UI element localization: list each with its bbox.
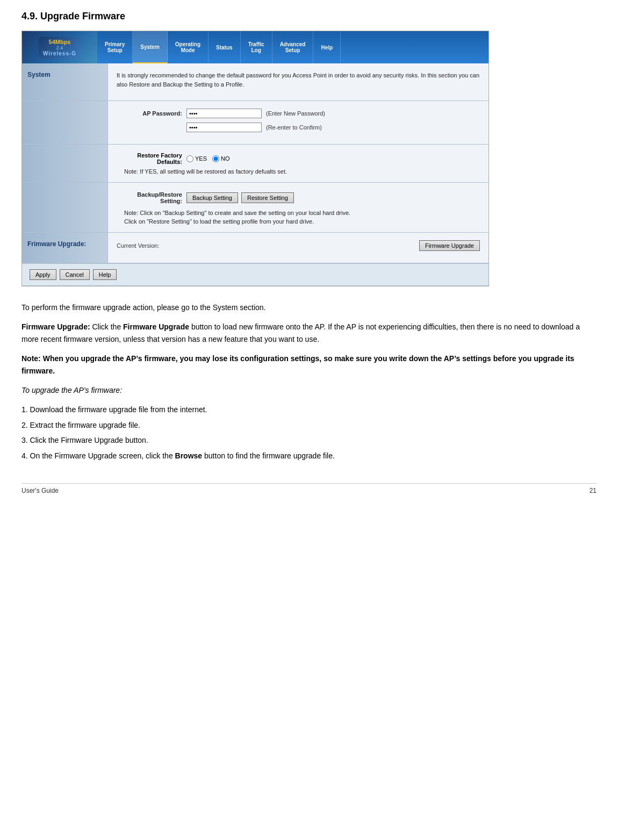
password-hint-2: (Re-enter to Confirm) (266, 124, 322, 131)
restore-label: Restore Factory Defaults: (117, 152, 186, 165)
backup-restore-label: Backup/Restore Setting: (117, 191, 186, 204)
password-section-label (22, 101, 108, 144)
apply-button[interactable]: Apply (30, 269, 56, 280)
router-screenshot: 54Mbps 2.4 Wireless-G PrimarySetup Syste… (21, 31, 489, 286)
system-section: System It is strongly recommended to cha… (22, 63, 488, 101)
logo-24: 2.4 (43, 45, 76, 51)
system-description: It is strongly recommended to change the… (117, 71, 480, 89)
backup-label-row: Backup/Restore Setting: Backup Setting R… (117, 190, 480, 205)
router-nav: 54Mbps 2.4 Wireless-G PrimarySetup Syste… (22, 31, 488, 63)
restore-no-radio[interactable] (212, 155, 219, 162)
current-version-label: Current Version: (117, 242, 159, 249)
backup-note-2: Click on "Restore Setting" to load the s… (124, 218, 480, 225)
router-content: System It is strongly recommended to cha… (22, 63, 488, 286)
firmware-upgrade-bold-label: Firmware Upgrade: (21, 322, 90, 331)
nav-help[interactable]: Help (313, 31, 341, 63)
password-row-1: AP Password: (Enter New Password) (117, 109, 480, 118)
nav-items: PrimarySetup System OperatingMode Status… (97, 31, 488, 63)
firmware-section-label: Frimware Upgrade: (22, 233, 108, 263)
step-4-text-suffix: button to find the firmware upgrade file… (204, 451, 335, 460)
backup-section: Backup/Restore Setting: Backup Setting R… (22, 183, 488, 233)
note-text: Note: When you upgrade the AP’s firmware… (21, 353, 597, 377)
router-logo: 54Mbps 2.4 Wireless-G (22, 31, 97, 63)
nav-operating-mode[interactable]: OperatingMode (168, 31, 209, 63)
backup-note-1: Note: Click on "Backup Setting" to creat… (124, 210, 480, 216)
firmware-header-row: Frimware Upgrade: Current Version: Firmw… (22, 233, 488, 263)
restore-content: Restore Factory Defaults: YES NO Note: I… (108, 145, 488, 182)
system-description-area: It is strongly recommended to change the… (108, 63, 488, 100)
restore-radio-row: Restore Factory Defaults: YES NO (117, 152, 480, 165)
firmware-version-row: Current Version: Firmware Upgrade (117, 240, 480, 251)
password-hint-1: (Enter New Password) (266, 110, 325, 117)
footer-left: User's Guide (21, 487, 59, 494)
backup-btn-row: Backup Setting Restore Setting (186, 192, 294, 203)
logo-54mbps: 54Mbps (43, 39, 76, 45)
password-row-2: (Re-enter to Confirm) (117, 123, 480, 132)
firmware-section: Frimware Upgrade: Current Version: Firmw… (22, 233, 488, 286)
footer-right: 21 (590, 487, 597, 494)
logo-wireless: Wireless-G (43, 51, 76, 56)
password-section: AP Password: (Enter New Password) (Re-en… (22, 101, 488, 145)
nav-primary-setup[interactable]: PrimarySetup (97, 31, 133, 63)
firmware-upgrade-description: Click the Firmware Upgrade button to loa… (21, 322, 580, 343)
step-4-browse-bold: Browse (175, 451, 203, 460)
backup-setting-button[interactable]: Backup Setting (186, 192, 238, 203)
firmware-upgrade-paragraph: Firmware Upgrade: Click the Firmware Upg… (21, 321, 597, 345)
step-1: 1. Download the firmware upgrade file fr… (21, 404, 597, 415)
firmware-content: Current Version: Firmware Upgrade (108, 233, 488, 263)
step-4-text-prefix: 4. On the Firmware Upgrade screen, click… (21, 451, 175, 460)
backup-section-label (22, 183, 108, 232)
page-footer: User's Guide 21 (21, 483, 597, 494)
firmware-upgrade-button[interactable]: Firmware Upgrade (419, 240, 480, 251)
nav-advanced-setup[interactable]: AdvancedSetup (272, 31, 314, 63)
password-input-2[interactable] (186, 123, 262, 132)
restore-no-label: NO (221, 155, 230, 162)
nav-system[interactable]: System (133, 31, 168, 63)
page-heading: 4.9. Upgrade Firmware (21, 11, 597, 22)
restore-section-label (22, 145, 108, 182)
help-button[interactable]: Help (93, 269, 117, 280)
step-3: 3. Click the Firmware Upgrade button. (21, 434, 597, 446)
step-2: 2. Extract the firmware upgrade file. (21, 419, 597, 431)
system-label: System (22, 63, 108, 100)
restore-setting-button[interactable]: Restore Setting (241, 192, 294, 203)
nav-traffic-log[interactable]: TrafficLog (241, 31, 272, 63)
cancel-button[interactable]: Cancel (60, 269, 90, 280)
nav-status[interactable]: Status (209, 31, 241, 63)
intro-text: To perform the firmware upgrade action, … (21, 301, 597, 313)
password-fields: AP Password: (Enter New Password) (Re-en… (108, 101, 488, 144)
backup-content: Backup/Restore Setting: Backup Setting R… (108, 183, 488, 232)
restore-section: Restore Factory Defaults: YES NO Note: I… (22, 145, 488, 183)
ap-password-label: AP Password: (117, 110, 186, 117)
restore-yes-radio[interactable] (186, 155, 193, 162)
bottom-button-row: Apply Cancel Help (22, 263, 488, 285)
italic-heading: To upgrade the AP’s firmware: (21, 384, 597, 396)
step-4: 4. On the Firmware Upgrade screen, click… (21, 450, 597, 462)
restore-note: Note: If YES, all setting will be restor… (124, 168, 480, 175)
restore-yes-label: YES (195, 155, 207, 162)
password-input-1[interactable] (186, 109, 262, 118)
